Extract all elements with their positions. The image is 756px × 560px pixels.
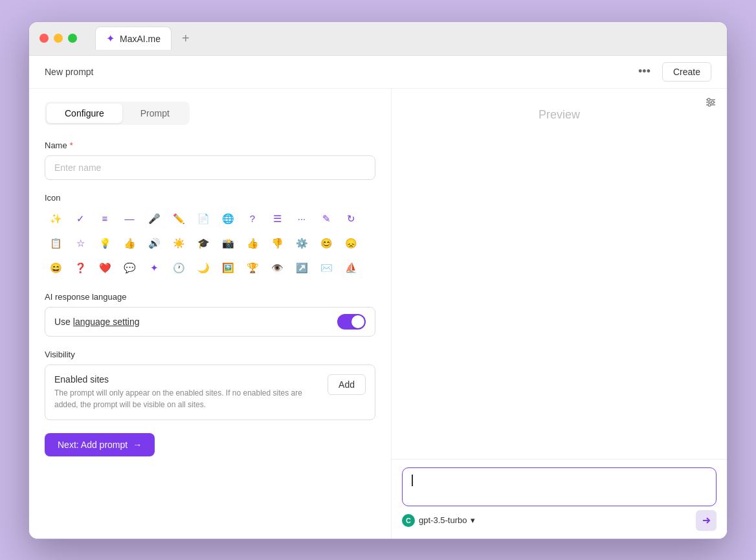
minimize-button[interactable]	[54, 34, 63, 43]
icon-sparkle[interactable]: ✦	[143, 257, 165, 279]
svg-point-4	[711, 101, 714, 104]
icon-sad[interactable]: 😞	[340, 232, 362, 254]
icon-grid: ✨ ✓ ≡ — 🎤 ✏️ 📄 🌐 ? ☰ ··· ✎ ↻ 📋	[45, 208, 375, 279]
visibility-box: Enabled sites The prompt will only appea…	[45, 364, 375, 420]
name-input[interactable]	[45, 155, 375, 180]
model-arrow-icon: ▾	[471, 515, 475, 525]
language-label: AI response language	[45, 292, 375, 302]
icon-question[interactable]: ?	[241, 208, 263, 230]
enabled-sites-desc: The prompt will only appear on the enabl…	[54, 387, 320, 410]
chat-input-area[interactable]	[402, 467, 717, 506]
right-panel: Preview	[392, 89, 727, 539]
icon-list[interactable]: ≡	[94, 208, 116, 230]
settings-icon-button[interactable]	[705, 96, 717, 111]
icon-pen[interactable]: ✎	[315, 208, 337, 230]
tab-switcher: Configure Prompt	[45, 102, 190, 125]
icon-thumbup[interactable]: 👍	[118, 232, 140, 254]
icon-smile[interactable]: 😊	[315, 232, 337, 254]
preview-title: Preview	[392, 89, 727, 141]
body-layout: Configure Prompt Name * Icon ✨	[29, 89, 727, 539]
openai-icon: C	[402, 514, 415, 527]
page-title: New prompt	[45, 67, 93, 77]
create-button[interactable]: Create	[662, 62, 711, 82]
top-bar-actions: ••• Create	[633, 62, 711, 82]
more-button[interactable]: •••	[633, 62, 656, 81]
tab-configure[interactable]: Configure	[47, 104, 122, 123]
send-button[interactable]	[696, 510, 717, 531]
icon-heart[interactable]: ❤️	[94, 257, 116, 279]
icon-star[interactable]: ☆	[69, 232, 91, 254]
icon-sun[interactable]: ☀️	[168, 232, 190, 254]
icon-more[interactable]: ···	[291, 208, 313, 230]
icon-camera[interactable]: 📸	[217, 232, 239, 254]
icon-section: Icon ✨ ✓ ≡ — 🎤 ✏️ 📄 🌐 ? ☰ ···	[45, 193, 375, 279]
next-button[interactable]: Next: Add prompt →	[45, 433, 155, 456]
icon-refresh[interactable]: ↻	[340, 208, 362, 230]
visibility-text: Enabled sites The prompt will only appea…	[54, 374, 320, 410]
icon-minus[interactable]: —	[118, 208, 140, 230]
icon-doc[interactable]: 📄	[192, 208, 214, 230]
icon-help[interactable]: ❓	[69, 257, 91, 279]
chat-bottom-row: C gpt-3.5-turbo ▾	[402, 510, 717, 531]
icon-boat[interactable]: ⛵	[340, 257, 362, 279]
tab-label: MaxAI.me	[120, 34, 161, 44]
language-toggle[interactable]	[337, 314, 366, 330]
toggle-text: Use language setting	[54, 317, 140, 327]
model-label: gpt-3.5-turbo	[419, 515, 467, 525]
traffic-lights	[39, 34, 77, 43]
preview-spacer	[392, 141, 727, 459]
enabled-sites-title: Enabled sites	[54, 374, 320, 385]
icon-bullets[interactable]: ☰	[266, 208, 288, 230]
icon-clock[interactable]: 🕐	[168, 257, 190, 279]
icon-mic[interactable]: 🎤	[143, 208, 165, 230]
icon-dislike[interactable]: 👎	[266, 232, 288, 254]
left-panel: Configure Prompt Name * Icon ✨	[29, 89, 392, 539]
icon-speaker[interactable]: 🔊	[143, 232, 165, 254]
icon-globe[interactable]: 🌐	[217, 208, 239, 230]
icon-share[interactable]: ↗️	[291, 257, 313, 279]
top-bar: New prompt ••• Create	[29, 56, 727, 89]
icon-grad[interactable]: 🎓	[192, 232, 214, 254]
icon-edit[interactable]: ✏️	[168, 208, 190, 230]
toggle-row: Use language setting	[45, 307, 375, 337]
icon-magic[interactable]: ✨	[45, 208, 67, 230]
tab-icon: ✦	[106, 32, 115, 45]
language-setting-link[interactable]: language setting	[73, 317, 140, 327]
svg-point-3	[707, 98, 710, 101]
tab-area: ✦ MaxAI.me +	[95, 27, 195, 50]
language-section: AI response language Use language settin…	[45, 292, 375, 337]
maximize-button[interactable]	[68, 34, 77, 43]
next-label: Next: Add prompt	[58, 440, 128, 450]
main-content: New prompt ••• Create Configure Prompt N…	[29, 56, 727, 539]
icon-clipboard[interactable]: 📋	[45, 232, 67, 254]
chat-area: C gpt-3.5-turbo ▾	[392, 459, 727, 539]
name-label: Name *	[45, 140, 375, 150]
new-tab-button[interactable]: +	[177, 28, 195, 49]
svg-point-5	[708, 104, 711, 106]
icon-eye[interactable]: 👁️	[266, 257, 288, 279]
next-arrow-icon: →	[133, 440, 142, 450]
tab-prompt[interactable]: Prompt	[122, 104, 188, 123]
title-bar: ✦ MaxAI.me +	[29, 22, 727, 56]
required-star: *	[70, 140, 73, 150]
chat-cursor	[412, 475, 413, 486]
toggle-knob	[351, 315, 364, 328]
browser-tab[interactable]: ✦ MaxAI.me	[95, 27, 172, 50]
visibility-label: Visibility	[45, 350, 375, 359]
icon-like[interactable]: 👍	[241, 232, 263, 254]
icon-happy[interactable]: 😄	[45, 257, 67, 279]
icon-label: Icon	[45, 193, 375, 203]
icon-moon[interactable]: 🌙	[192, 257, 214, 279]
icon-image[interactable]: 🖼️	[217, 257, 239, 279]
icon-mail[interactable]: ✉️	[315, 257, 337, 279]
model-selector[interactable]: C gpt-3.5-turbo ▾	[402, 514, 475, 527]
icon-chat[interactable]: 💬	[118, 257, 140, 279]
add-site-button[interactable]: Add	[328, 374, 366, 395]
icon-bulb[interactable]: 💡	[94, 232, 116, 254]
icon-check[interactable]: ✓	[69, 208, 91, 230]
icon-trophy[interactable]: 🏆	[241, 257, 263, 279]
name-section: Name *	[45, 140, 375, 180]
close-button[interactable]	[39, 34, 49, 43]
icon-gear[interactable]: ⚙️	[291, 232, 313, 254]
visibility-section: Visibility Enabled sites The prompt will…	[45, 350, 375, 420]
